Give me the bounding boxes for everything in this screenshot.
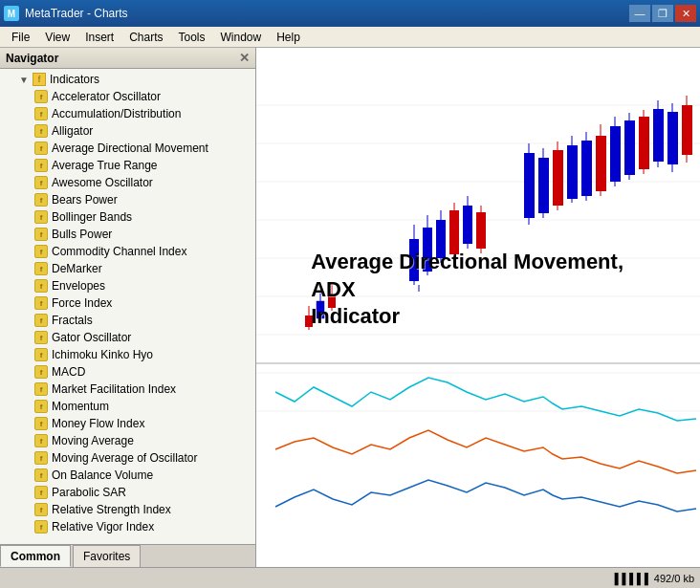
list-item[interactable]: f Relative Strength Index [0,501,255,518]
indicators-label: Indicators [50,73,99,86]
list-item[interactable]: f Parabolic SAR [0,484,255,501]
main-area: Navigator ✕ ▼ f Indicators f Accelerator… [0,48,700,567]
memory-info: 492/0 kb [654,573,694,584]
list-item[interactable]: f Gator Oscillator [0,329,255,346]
indicator-icon: f [34,90,48,103]
indicator-icon: f [34,210,48,224]
list-item[interactable]: f Awesome Oscillator [0,174,255,191]
list-item[interactable]: f Accelerator Oscillator [0,88,255,105]
indicator-icon: f [34,486,48,499]
indicator-icon: f [34,400,48,413]
chart-background: Average Directional Movement, ADX Indica… [256,48,700,567]
list-item[interactable]: f On Balance Volume [0,467,255,484]
tree-indicators-root[interactable]: ▼ f Indicators [0,71,255,88]
list-item[interactable]: f Ichimoku Kinko Hyo [0,346,255,363]
svg-rect-42 [610,126,621,182]
indicator-icon: f [34,245,48,258]
list-item[interactable]: f Force Index [0,294,255,312]
chart-area[interactable]: Average Directional Movement, ADX Indica… [256,48,700,567]
svg-rect-14 [317,301,324,318]
indicator-icon: f [34,228,48,241]
app-icon: M [4,6,19,21]
tab-common[interactable]: Common [0,545,71,567]
list-item[interactable]: f Moving Average [0,432,255,449]
svg-rect-20 [423,228,432,272]
indicator-icon: f [34,503,48,516]
chart-info: ▐▐▐▐▐ [611,573,654,584]
list-item[interactable]: f MACD [0,363,255,381]
indicator-icon: f [34,262,48,275]
svg-rect-34 [553,150,563,206]
maximize-button[interactable]: ❐ [652,5,673,22]
svg-rect-38 [581,141,592,196]
chart-svg [256,48,700,567]
list-item[interactable]: f Relative Vigor Index [0,518,255,535]
svg-rect-22 [436,220,446,258]
menu-window[interactable]: Window [213,29,270,46]
svg-rect-50 [667,112,678,164]
svg-rect-26 [463,206,472,244]
svg-rect-18 [409,239,419,281]
navigator-close-button[interactable]: ✕ [239,51,250,65]
navigator-panel: Navigator ✕ ▼ f Indicators f Accelerator… [0,48,256,567]
indicator-icon: f [34,365,48,379]
svg-rect-32 [538,158,549,213]
indicator-icon: f [34,193,48,207]
indicator-icon: f [34,468,48,482]
menu-view[interactable]: View [37,29,77,46]
list-item[interactable]: f Accumulation/Distribution [0,105,255,122]
status-bar: ▐▐▐▐▐ 492/0 kb [0,567,700,588]
list-item[interactable]: f Envelopes [0,277,255,294]
folder-icon: f [33,73,46,86]
list-item[interactable]: f Momentum [0,398,255,415]
svg-rect-46 [639,117,649,169]
tree-area: ▼ f Indicators f Accelerator Oscillator … [0,69,255,544]
svg-rect-48 [653,109,664,162]
list-item[interactable]: f Alligator [0,122,255,140]
indicator-icon: f [34,314,48,327]
list-item[interactable]: f Bears Power [0,191,255,208]
svg-rect-44 [624,120,635,175]
svg-rect-12 [305,316,313,327]
svg-rect-30 [524,153,535,218]
menu-insert[interactable]: Insert [77,29,121,46]
tab-favorites[interactable]: Favorites [73,545,141,567]
indicator-icon: f [34,159,48,172]
list-item[interactable]: f Average True Range [0,157,255,174]
menu-help[interactable]: Help [269,29,308,46]
indicator-icon: f [34,107,48,120]
svg-rect-36 [567,145,578,199]
indicator-icon: f [34,124,48,138]
menu-charts[interactable]: Charts [121,29,170,46]
close-button[interactable]: ✕ [675,5,696,22]
indicator-icon: f [34,176,48,189]
indicator-icon: f [34,434,48,447]
list-item[interactable]: f Moving Average of Oscillator [0,449,255,467]
svg-rect-28 [476,212,486,249]
indicator-icon: f [34,142,48,155]
expand-icon: ▼ [17,73,31,86]
minimize-button[interactable]: — [629,5,650,22]
list-item[interactable]: f Fractals [0,312,255,329]
menu-bar: File View Insert Charts Tools Window Hel… [0,27,700,48]
svg-rect-24 [449,210,459,254]
list-item[interactable]: f DeMarker [0,260,255,277]
indicators-tree: ▼ f Indicators f Accelerator Oscillator … [0,69,255,537]
list-item[interactable]: f Bollinger Bands [0,208,255,226]
menu-file[interactable]: File [4,29,37,46]
title-controls: — ❐ ✕ [629,5,696,22]
indicator-icon: f [34,417,48,430]
navigator-header: Navigator ✕ [0,48,255,69]
title-bar: M MetaTrader - Charts — ❐ ✕ [0,0,700,27]
indicator-icon: f [34,331,48,344]
tree-scroll[interactable]: ▼ f Indicators f Accelerator Oscillator … [0,69,255,544]
list-item[interactable]: f Market Facilitation Index [0,381,255,398]
navigator-tabs: Common Favorites [0,544,255,567]
list-item[interactable]: f Money Flow Index [0,415,255,432]
svg-rect-40 [596,136,606,191]
indicator-icon: f [34,296,48,310]
list-item[interactable]: f Bulls Power [0,226,255,243]
menu-tools[interactable]: Tools [171,29,213,46]
list-item[interactable]: f Commodity Channel Index [0,243,255,260]
list-item[interactable]: f Average Directional Movement [0,140,255,157]
